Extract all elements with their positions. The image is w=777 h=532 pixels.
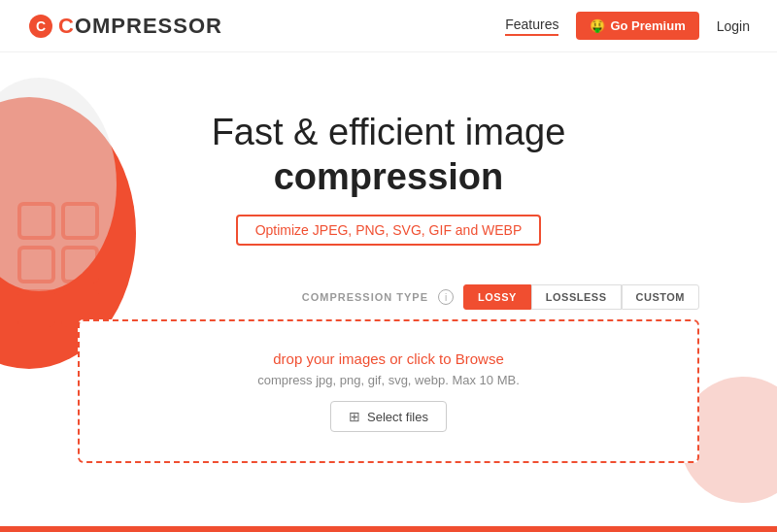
drop-main-text: drop your images or click to Browse bbox=[99, 350, 678, 367]
compression-type-row: COMPRESSION TYPE i LOSSY LOSSLESS CUSTOM bbox=[78, 284, 699, 310]
logo-icon: C bbox=[27, 13, 54, 40]
compression-custom-button[interactable]: CUSTOM bbox=[622, 284, 699, 310]
select-files-label: Select files bbox=[367, 410, 428, 424]
premium-emoji: 🤑 bbox=[590, 18, 605, 33]
svg-rect-4 bbox=[19, 248, 53, 282]
svg-text:C: C bbox=[36, 18, 46, 34]
logo[interactable]: C COMPRESSOR bbox=[27, 13, 222, 40]
dropzone[interactable]: drop your images or click to Browse comp… bbox=[78, 319, 699, 463]
compression-type-buttons: LOSSY LOSSLESS CUSTOM bbox=[463, 284, 699, 310]
navbar: C COMPRESSOR Features 🤑 Go Premium Login bbox=[0, 0, 777, 52]
svg-rect-5 bbox=[63, 248, 97, 282]
compression-lossless-button[interactable]: LOSSLESS bbox=[531, 284, 622, 310]
drop-sub-text: compress jpg, png, gif, svg, webp. Max 1… bbox=[99, 373, 678, 387]
svg-rect-6 bbox=[19, 291, 53, 325]
select-files-button[interactable]: ⊞ Select files bbox=[330, 401, 447, 432]
compression-type-label: COMPRESSION TYPE bbox=[302, 291, 428, 303]
compression-area: COMPRESSION TYPE i LOSSY LOSSLESS CUSTOM… bbox=[58, 284, 719, 463]
hero-subtitle: Optimize JPEG, PNG, SVG, GIF and WEBP bbox=[236, 215, 542, 246]
logo-text: COMPRESSOR bbox=[58, 14, 222, 39]
bottom-bar bbox=[0, 526, 777, 532]
login-link[interactable]: Login bbox=[717, 18, 750, 34]
compression-info-icon[interactable]: i bbox=[438, 289, 454, 305]
select-files-icon: ⊞ bbox=[349, 409, 360, 424]
compression-lossy-button[interactable]: LOSSY bbox=[463, 284, 531, 310]
nav-features-link[interactable]: Features bbox=[505, 17, 558, 36]
hero-title-line1: Fast & efficient image bbox=[0, 111, 777, 155]
premium-label: Go Premium bbox=[610, 18, 685, 33]
hero-section: Fast & efficient image compression Optim… bbox=[0, 52, 777, 246]
go-premium-button[interactable]: 🤑 Go Premium bbox=[576, 12, 698, 40]
nav-right: Features 🤑 Go Premium Login bbox=[505, 12, 750, 40]
hero-title-line2: compression bbox=[0, 155, 777, 200]
